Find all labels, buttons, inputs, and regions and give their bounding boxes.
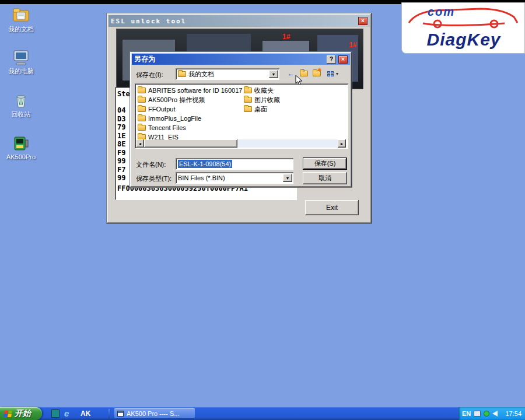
up-arrow-glyph: ↑	[302, 67, 304, 74]
mouse-cursor	[295, 75, 303, 86]
save-in-combobox[interactable]: 我的文档 ▼	[176, 68, 279, 80]
folder-name: 收藏夹	[254, 86, 274, 95]
folder-item[interactable]: ImmoPlus_LogFile	[136, 114, 241, 123]
desktop-icon-label: 我的电脑	[8, 68, 34, 75]
tray-keyboard-icon[interactable]	[474, 411, 481, 416]
filetype-value: BIN Files (*.BIN)	[178, 174, 225, 181]
folder-icon	[244, 106, 252, 112]
esl-window-titlebar[interactable]: ESL unlock tool ×	[108, 15, 370, 27]
tray-status-icon[interactable]	[484, 411, 489, 416]
esl-close-button[interactable]: ×	[358, 17, 368, 25]
folder-name: Tencent Files	[148, 124, 186, 131]
scrollbar-thumb[interactable]	[144, 139, 237, 148]
new-folder-sparkle: ✱	[317, 67, 322, 73]
views-icon	[327, 71, 334, 76]
dialog-close-button[interactable]: ×	[338, 55, 348, 64]
folder-icon	[244, 88, 252, 93]
save-button[interactable]: 保存(S)	[303, 158, 347, 170]
task-button-ak500pro[interactable]: AK500 Pro ---- S...	[114, 408, 195, 419]
folder-list[interactable]: ABRITES software for ID 160017 AK500Pro …	[135, 83, 348, 149]
folder-icon	[138, 97, 146, 103]
save-dialog-titlebar[interactable]: 另存为 ? ×	[132, 54, 350, 65]
tray-language-indicator[interactable]: EN	[462, 410, 471, 417]
windows-flag-icon	[4, 411, 12, 417]
folder-name: 图片收藏	[254, 96, 280, 104]
save-as-dialog: 另存为 ? × 保存在(I): 我的文档 ▼ ← ↑ ✱ ▼ ABRITES s…	[130, 51, 352, 188]
desktop-icon-label: AK500Pro	[6, 153, 36, 160]
my-computer-icon	[12, 49, 30, 65]
save-in-label: 保存在(I):	[136, 71, 163, 79]
desktop-icon-label: 回收站	[12, 111, 31, 118]
exit-button[interactable]: Exit	[305, 200, 359, 215]
folder-icon	[138, 106, 146, 112]
scroll-left-button[interactable]: ◄	[136, 139, 144, 148]
save-in-value: 我的文档	[188, 70, 214, 79]
help-button[interactable]: ?	[327, 55, 336, 64]
quicklaunch-ak-label[interactable]: AK	[80, 410, 90, 418]
cancel-button[interactable]: 取消	[303, 172, 347, 184]
photo-label: 1#	[282, 33, 290, 41]
save-button-label: 保存(S)	[314, 159, 336, 168]
system-tray: EN 17:54	[459, 407, 525, 420]
ak500pro-icon	[12, 135, 30, 152]
folder-name: 桌面	[254, 105, 267, 114]
taskbar-divider	[108, 409, 110, 418]
desktop-icon-my-documents[interactable]: 我的文档	[2, 7, 40, 34]
folder-item[interactable]: ABRITES software for ID 160017	[136, 86, 241, 95]
scroll-right-button[interactable]: ►	[338, 139, 346, 148]
folder-name: AK500Pro 操作视频	[148, 96, 205, 104]
save-in-dropdown-button[interactable]: ▼	[269, 70, 278, 78]
horizontal-scrollbar[interactable]: ◄ ►	[136, 139, 346, 148]
folder-name: FFOutput	[148, 106, 175, 113]
desktop-icon-ak500pro[interactable]: AK500Pro	[2, 135, 40, 160]
photo-label: 1#	[349, 41, 356, 49]
folder-name: ImmoPlus_LogFile	[148, 115, 201, 122]
folder-item[interactable]: 图片收藏	[242, 95, 341, 104]
back-icon: ←	[288, 69, 295, 78]
tray-volume-icon[interactable]	[492, 411, 498, 416]
filetype-combobox[interactable]: BIN Files (*.BIN) ▼	[176, 172, 293, 184]
folder-item[interactable]: FFOutput	[136, 104, 241, 114]
exit-button-label: Exit	[326, 204, 338, 212]
desktop-icon-label: 我的文档	[8, 26, 34, 33]
task-button-label: AK500 Pro ---- S...	[127, 410, 179, 417]
filename-input[interactable]: ESL-K-1-0908(54)	[176, 158, 293, 170]
create-new-folder-button[interactable]: ✱	[311, 68, 323, 79]
desktop-icon-my-computer[interactable]: 我的电脑	[2, 49, 40, 76]
tray-clock[interactable]: 17:54	[505, 410, 522, 417]
desktop-icon-recycle-bin[interactable]: 回收站	[2, 92, 40, 119]
folder-icon	[138, 116, 146, 121]
car-outline-icon	[405, 4, 522, 30]
view-menu-button[interactable]: ▼	[324, 68, 342, 79]
recycle-bin-icon	[12, 92, 30, 108]
start-button-label: 开始	[15, 408, 31, 419]
views-dropdown-arrow: ▼	[335, 72, 340, 76]
folder-item[interactable]: 桌面	[242, 104, 341, 114]
filename-label: 文件名(N):	[136, 160, 166, 169]
filetype-dropdown-button[interactable]: ▼	[283, 174, 292, 182]
my-documents-icon	[12, 7, 30, 23]
start-button[interactable]: 开始	[0, 407, 42, 420]
diagkey-logo: com DiagKey	[401, 2, 525, 54]
folder-icon	[138, 125, 146, 131]
folder-icon	[138, 88, 146, 93]
folder-icon	[244, 97, 252, 103]
save-dialog-title: 另存为	[134, 54, 155, 64]
taskbar: 开始 e AK AK500 Pro ---- S... EN 17:54	[0, 407, 525, 420]
filetype-label: 保存类型(T):	[136, 174, 172, 183]
folder-item[interactable]: 收藏夹	[242, 86, 341, 95]
folder-item[interactable]: AK500Pro 操作视频	[136, 95, 241, 104]
logo-com-text: com	[428, 5, 455, 19]
folder-item[interactable]: Tencent Files	[136, 123, 241, 132]
filename-selected-text: ESL-K-1-0908(54)	[178, 160, 232, 168]
folder-icon	[178, 71, 186, 77]
quicklaunch-app-icon[interactable]	[51, 410, 60, 418]
logo-brand-text: DiagKey	[402, 30, 525, 50]
cancel-button-label: 取消	[318, 174, 331, 183]
ie-icon[interactable]: e	[64, 408, 69, 418]
task-window-icon	[117, 411, 124, 416]
esl-window-title: ESL unlock tool	[111, 18, 186, 25]
folder-name: ABRITES software for ID 160017	[148, 87, 242, 94]
